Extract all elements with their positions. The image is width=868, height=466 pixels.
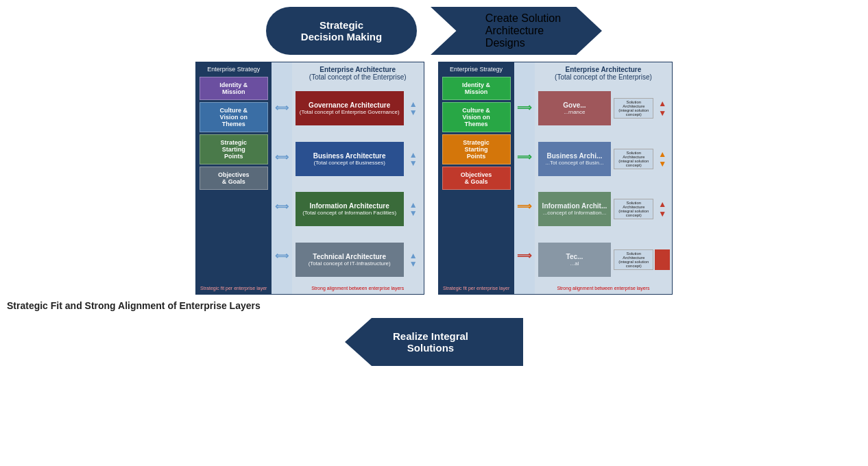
v-arrow-down-1: ▼ <box>409 108 418 116</box>
left-diagram: Enterprise Strategy Identity &Mission Cu… <box>195 62 424 295</box>
v-arrows-3: ▲ ▼ <box>407 197 420 221</box>
top-arrows-section: StrategicDecision Making Create Solution… <box>0 0 868 55</box>
right-diagram: Enterprise Strategy Identity &Mission Cu… <box>438 62 673 295</box>
h-arrow-3: ⟺ <box>275 201 289 212</box>
left-footer-left: Strategic fit per enterprise layer <box>200 286 268 291</box>
right-arch-layers: Gove......rnance Solution Architecture (… <box>538 84 669 284</box>
left-strategy-panel: Enterprise Strategy Identity &Mission Cu… <box>196 62 272 294</box>
h-arrow-4: ⟺ <box>275 250 289 261</box>
right-objectives-goals: Objectives& Goals <box>442 167 511 190</box>
right-footer-right: Strong alignment between enterprise laye… <box>538 286 669 291</box>
h-arrow-2: ⟺ <box>275 151 289 162</box>
create-solution-shape: Create SolutionArchitectureDesigns <box>431 7 602 55</box>
right-layer-info: Information Archit......concept of Infor… <box>538 186 669 234</box>
information-block: Information Architecture(Total concept o… <box>296 192 404 226</box>
red-square-block <box>655 249 670 270</box>
right-v-arrows-4 <box>656 246 668 273</box>
right-h-arrow-green-1: ⟹ <box>517 101 532 114</box>
left-culture-vision: Culture &Vision onThemes <box>200 102 268 132</box>
v-arrow-up-2: ▲ <box>409 151 418 159</box>
right-h-arrow-green-2: ⟹ <box>517 151 532 163</box>
sol-block-biz: Solution Architecture (integral solution… <box>614 149 653 169</box>
right-v-arrows-3: ▲ ▼ <box>656 196 668 222</box>
right-footer-left: Strategic fit per enterprise layer <box>442 286 511 291</box>
business-block: Business Architecture(Total concept of B… <box>296 142 404 176</box>
right-strategy-panel: Enterprise Strategy Identity &Mission Cu… <box>439 62 514 294</box>
sol-block-info: Solution Architecture (integral solution… <box>614 199 653 219</box>
realize-integral-solutions-label: Realize IntegralSolutions <box>393 330 468 354</box>
right-arch-title: Enterprise Architecture(Total concept of… <box>538 66 669 81</box>
right-arch-panel: Enterprise Architecture(Total concept of… <box>535 62 673 294</box>
create-solution-label: Create SolutionArchitectureDesigns <box>485 12 561 49</box>
left-arch-panel: Enterprise Architecture(Total concept of… <box>292 62 424 294</box>
h-arrow-1: ⟺ <box>275 102 289 113</box>
right-h-arrow-orange: ⟹ <box>517 200 532 212</box>
left-connector-col: ⟺ ⟺ ⟺ ⟺ <box>272 62 292 294</box>
left-layer-business: Business Architecture(Total concept of B… <box>296 135 420 183</box>
right-culture-vision: Culture &Vision onThemes <box>442 102 511 132</box>
left-layer-tech: Technical Architecture(Total concept of … <box>296 236 420 284</box>
rv-up-3: ▲ <box>658 199 666 209</box>
left-objectives-goals: Objectives& Goals <box>200 167 268 190</box>
v-arrow-down-3: ▼ <box>409 209 418 217</box>
technical-block: Technical Architecture(Total concept of … <box>296 243 404 277</box>
right-enterprise-strategy-label: Enterprise Strategy <box>442 66 511 73</box>
bottom-label: Strategic Fit and Strong Alignment of En… <box>0 295 868 315</box>
left-arch-title: Enterprise Architecture(Total concept of… <box>296 66 420 81</box>
right-info-block: Information Archit......concept of Infor… <box>538 192 612 226</box>
right-v-arrows-2: ▲ ▼ <box>656 146 668 172</box>
rv-down-2: ▼ <box>658 159 666 169</box>
left-arch-layers: Governance Architecture(Total concept of… <box>296 84 420 284</box>
right-identity-mission: Identity &Mission <box>442 77 511 100</box>
rv-down-1: ▼ <box>658 108 666 118</box>
left-enterprise-strategy-label: Enterprise Strategy <box>200 66 268 73</box>
rv-up-1: ▲ <box>658 99 666 108</box>
v-arrows-4: ▲ ▼ <box>407 248 420 271</box>
left-layer-info: Information Architecture(Total concept o… <box>296 186 420 234</box>
right-layer-tech: Tec......al Solution Architecture (integ… <box>538 236 669 284</box>
sol-block-tech: Solution Architecture (integral solution… <box>614 249 653 270</box>
right-connector-col: ⟹ ⟹ ⟹ ⟹ <box>514 62 535 294</box>
right-governance-block: Gove......rnance <box>538 91 612 125</box>
v-arrow-down-4: ▼ <box>409 260 418 268</box>
strategic-decision-making-shape: StrategicDecision Making <box>266 7 417 55</box>
left-identity-mission: Identity &Mission <box>200 77 268 100</box>
right-tech-block: Tec......al <box>538 243 612 277</box>
right-strategic-starting: StrategicStartingPoints <box>442 134 511 164</box>
rv-down-3: ▼ <box>658 209 666 219</box>
left-footer-right: Strong alignment between enterprise laye… <box>296 286 420 291</box>
right-v-arrows-1: ▲ ▼ <box>656 95 668 121</box>
diagrams-row: Enterprise Strategy Identity &Mission Cu… <box>0 62 868 295</box>
strategic-decision-label: StrategicDecision Making <box>301 19 382 42</box>
sol-block-gov: Solution Architecture (integral solution… <box>614 98 653 119</box>
governance-block: Governance Architecture(Total concept of… <box>296 91 404 125</box>
right-business-block: Business Archi......Tot concept of Busin… <box>538 142 612 176</box>
right-layer-governance: Gove......rnance Solution Architecture (… <box>538 84 669 132</box>
v-arrow-down-2: ▼ <box>409 159 418 167</box>
realize-integral-solutions-shape: Realize IntegralSolutions <box>345 318 523 366</box>
right-h-arrow-red: ⟹ <box>517 249 532 262</box>
right-layer-business: Business Archi......Tot concept of Busin… <box>538 135 669 183</box>
v-arrows-2: ▲ ▼ <box>407 147 420 171</box>
left-layer-governance: Governance Architecture(Total concept of… <box>296 84 420 132</box>
bottom-arrow-container: Realize IntegralSolutions <box>0 318 868 366</box>
rv-up-2: ▲ <box>658 149 666 159</box>
v-arrows-1: ▲ ▼ <box>407 97 420 120</box>
left-strategic-starting: StrategicStartingPoints <box>200 134 268 164</box>
